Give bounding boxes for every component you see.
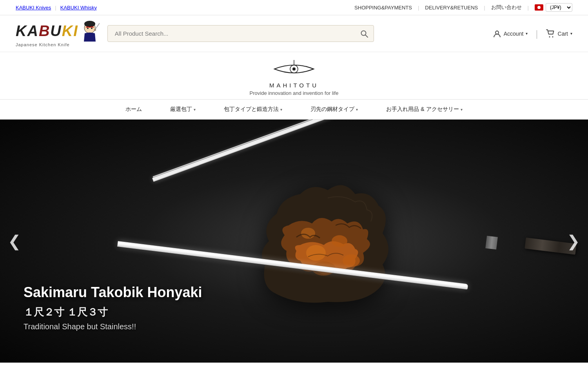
hero-section: Sakimaru Takobik Honyaki １尺２寸 １尺３寸 Tradi… [0,120,588,363]
brand-logo-svg [0,59,588,80]
brand-name: MAHITOTU [0,82,588,89]
header: KABUKI [0,15,588,52]
svg-point-1 [84,21,95,27]
top-bar-divider4: | [528,5,529,11]
top-bar-divider3: | [484,5,485,11]
hero-title: Sakimaru Takobik Honyaki [24,284,202,301]
top-bar-divider2: | [418,5,419,11]
logo-area: KABUKI [16,20,100,47]
logo-u: U [50,24,62,38]
nav-chevron-knives: ▾ [194,107,196,112]
cart-chevron-icon: ▾ [570,31,572,36]
logo-a: A [27,24,38,38]
nav-chevron-type: ▾ [280,107,282,112]
cart-label: Cart [558,31,568,37]
nav-item-accessories[interactable]: お手入れ用品 & アクセサリー ▾ [372,100,476,119]
search-input[interactable] [107,25,374,42]
hero-text: Sakimaru Takobik Honyaki １尺２寸 １尺３寸 Tradi… [24,284,202,331]
header-actions: Account ▾ | Cart ▾ [493,28,572,39]
chevron-right-icon: ❯ [567,232,580,250]
shopping-payments-link[interactable]: SHOPPING&PAYMENTS [354,5,412,11]
logo-subtitle: Japanese Kitchen Knife [16,42,70,47]
search-icon [360,30,368,38]
flag-currency-area: (JP¥) (USD) [535,3,572,12]
svg-point-12 [292,67,296,71]
svg-point-6 [361,31,366,35]
svg-point-13 [306,245,326,261]
svg-rect-5 [94,29,96,31]
logo-k: K [16,24,27,38]
knife-bolster-2 [485,236,498,249]
logo-ki: KI [62,24,78,38]
hero-description: Traditional Shape but Stainless!! [24,322,202,331]
logo-mascot [80,20,100,42]
kabuki-whisky-link[interactable]: KABUKI Whisky [60,5,97,11]
top-bar-left: KABUKI Knives | KABUKI Whisky [16,5,97,11]
top-bar: KABUKI Knives | KABUKI Whisky SHOPPING&P… [0,0,588,15]
nav-item-home[interactable]: ホーム [111,100,156,119]
nav-item-type[interactable]: 包丁タイプと鍛造方法 ▾ [210,100,296,119]
hero-sub-sizes: １尺２寸 １尺３寸 [24,305,202,319]
top-bar-right: SHOPPING&PAYMENTS | DELIVERY&RETUENS | お… [354,3,572,12]
search-button[interactable] [354,25,374,42]
svg-point-14 [332,235,347,247]
svg-point-15 [301,228,315,239]
nav-item-knives[interactable]: 厳選包丁 ▾ [156,100,210,119]
svg-point-2 [87,27,89,29]
search-area [107,25,374,42]
chevron-left-icon: ❮ [8,232,21,250]
account-button[interactable]: Account ▾ [493,29,528,38]
nav-bar: ホーム 厳選包丁 ▾ 包丁タイプと鍛造方法 ▾ 刃先の鋼材タイプ ▾ お手入れ用… [0,99,588,120]
cart-icon [546,29,555,38]
account-chevron-icon: ▾ [526,31,528,36]
hero-rock [249,167,398,316]
cart-button[interactable]: Cart ▾ [546,29,572,38]
carousel-next-button[interactable]: ❯ [567,232,580,250]
contact-link[interactable]: お問い合わせ [491,4,522,11]
currency-selector[interactable]: (JP¥) (USD) [546,3,572,12]
account-label: Account [504,31,524,37]
top-bar-divider1: | [55,5,56,11]
nav-chevron-accessories: ▾ [461,107,463,112]
account-icon [493,29,501,38]
kabuki-knives-link[interactable]: KABUKI Knives [16,5,51,11]
brand-tagline: Provide innovation and invention for lif… [0,90,588,96]
brand-center: MAHITOTU Provide innovation and inventio… [0,52,588,99]
svg-point-8 [495,31,499,34]
header-divider: | [535,28,538,39]
nav-chevron-steel: ▾ [356,107,358,112]
logo-b: B [39,24,50,38]
svg-point-16 [343,254,360,267]
svg-point-3 [91,27,93,29]
delivery-returns-link[interactable]: DELIVERY&RETUENS [425,5,478,11]
svg-line-4 [95,23,100,30]
svg-point-9 [549,36,550,37]
logo-text: KABUKI [16,24,78,38]
nav-item-steel[interactable]: 刃先の鋼材タイプ ▾ [296,100,372,119]
svg-point-10 [552,36,553,37]
flag-icon [535,4,543,11]
svg-line-7 [365,35,368,37]
carousel-prev-button[interactable]: ❮ [8,232,21,250]
